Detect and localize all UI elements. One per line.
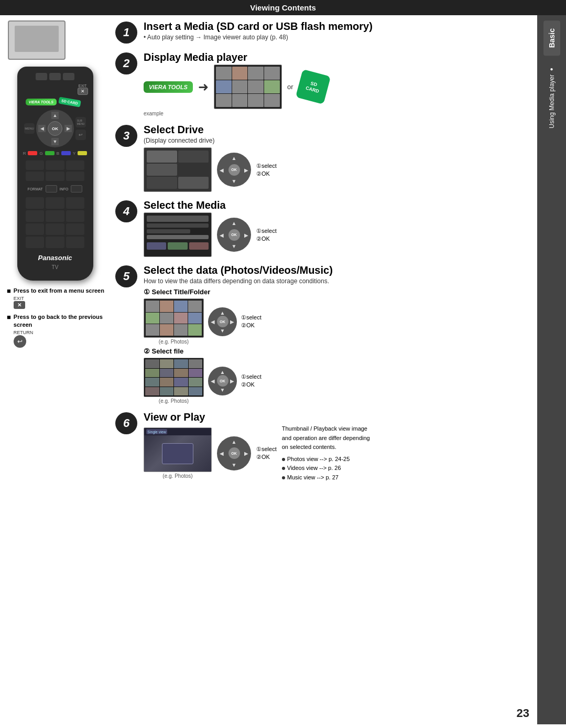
step6-ok: OK (228, 447, 240, 459)
yellow-button[interactable] (78, 151, 87, 155)
mid-btn-1[interactable] (26, 160, 45, 170)
sub1-nav-pad: ▲ ▼ ◀ ▶ OK (208, 307, 237, 336)
mid-buttons (26, 160, 85, 181)
sub2-instructions: ①select ②OK (241, 373, 262, 388)
nav-left[interactable]: ◀ (38, 125, 46, 132)
step-3-title: Select Drive (144, 124, 529, 136)
return-button[interactable]: ↩ (75, 130, 86, 140)
sub1-ok-label: ②OK (241, 322, 262, 329)
remote-btn-2[interactable] (49, 73, 61, 80)
step-3-body: ▲ ▼ ◀ ▶ OK ①select ②OK (144, 147, 529, 192)
sub2-example: (e.g. Photos) (159, 398, 189, 404)
sub-menu-button[interactable]: SUBMENU (75, 117, 86, 127)
num-btn-3[interactable] (66, 197, 85, 209)
mid-btn-3[interactable] (66, 160, 85, 170)
step-5-title: Select the data (Photos/Videos/Music) (144, 264, 529, 276)
step4-instructions: ①select ②OK (256, 228, 277, 242)
number-grid (26, 197, 85, 248)
step4-nav-pad: ▲ ▼ ◀ ▶ OK (217, 218, 251, 252)
step6-notes: Thumbnail / Playback view image and oper… (282, 424, 370, 483)
num-btn-8[interactable] (46, 223, 64, 235)
step-1-subtitle: • Auto play setting → Image viewer auto … (144, 34, 529, 41)
blue-button[interactable] (61, 151, 71, 155)
num-btn-9[interactable] (66, 223, 85, 235)
nav-down[interactable]: ▼ (51, 138, 59, 145)
tv-label: TV (52, 264, 59, 270)
num-btn-4[interactable] (26, 210, 45, 222)
viera-sd-row: VIERA TOOLS SD CARD (26, 99, 85, 105)
remote-top-buttons (36, 73, 74, 80)
step-1-title: Insert a Media (SD card or USB flash mem… (144, 20, 529, 33)
exit-key-block: EXIT ✕ (14, 296, 104, 309)
header-title: Viewing Contents (250, 3, 316, 12)
step3-thumb (144, 147, 212, 192)
green-button[interactable] (45, 151, 55, 155)
sub2-ok-label: ②OK (241, 381, 262, 388)
sub1-ok: OK (217, 316, 228, 327)
remote-btn-1[interactable] (36, 73, 47, 80)
info-button[interactable] (71, 185, 82, 192)
sub2-select: ①select (241, 373, 262, 380)
step-3-content: Select Drive (Display connected drive) ▲… (144, 124, 529, 192)
sub1-select: ①select (241, 314, 262, 321)
exit-button[interactable]: ✕ (78, 88, 88, 95)
step-5-subtitle: How to view the data differs depending o… (144, 277, 529, 285)
step-4-content: Select the Media (144, 199, 529, 257)
remote-nav-section: MENU ▲ ▼ ◀ ▶ OK SUBMENU ↩ (23, 110, 88, 147)
step6-bullet-3: Music view --> p. 27 (287, 473, 339, 483)
menu-button[interactable]: MENU (24, 123, 35, 134)
sub2-ok: OK (217, 375, 228, 387)
page-number: 23 (517, 706, 529, 720)
sub2-nav-pad: ▲ ▼ ◀ ▶ OK (208, 367, 237, 395)
mid-btn-5[interactable] (46, 172, 64, 181)
step6-ok-label: ②OK (256, 454, 277, 461)
arrow-icon: ➜ (198, 80, 209, 94)
sub1-thumb (144, 298, 204, 338)
num-btn-6[interactable] (66, 210, 85, 222)
mid-btn-4[interactable] (26, 172, 45, 181)
num-btn-10[interactable] (26, 237, 45, 248)
step-3: 3 Select Drive (Display connected drive)… (115, 124, 529, 192)
step6-thumb: Single view (144, 427, 212, 472)
step6-example: (e.g. Photos) (162, 473, 192, 479)
step2-thumb (214, 65, 282, 109)
red-button[interactable] (28, 151, 37, 155)
ok-button[interactable]: OK (48, 121, 62, 136)
remote-btn-3[interactable] (63, 73, 74, 80)
step-4: 4 Select the Media (115, 199, 529, 257)
num-btn-1[interactable] (26, 197, 45, 209)
step3-instructions: ①select ②OK (256, 163, 277, 177)
sub1-instructions: ①select ②OK (241, 314, 262, 329)
step3-select-label: ①select (256, 163, 277, 169)
step-6-body: Single view (e.g. Photos) ▲ ▼ ◀ (144, 424, 529, 483)
step-4-title: Select the Media (144, 199, 529, 211)
nav-right[interactable]: ▶ (64, 125, 72, 132)
step-6-title: View or Play (144, 411, 529, 423)
return-note-item: ■ Press to go back to the previous scree… (7, 313, 107, 348)
num-btn-2[interactable] (46, 197, 64, 209)
exit-note-text: Press to exit from a menu screen (14, 287, 104, 294)
step6-bullet-1: Photos view --> p. 24-25 (287, 455, 350, 464)
mid-btn-2[interactable] (46, 160, 64, 170)
num-btn-11[interactable] (46, 237, 64, 248)
viera-tools-badge: VIERA TOOLS (26, 99, 57, 105)
mid-btn-6[interactable] (66, 172, 85, 181)
format-info-row: FORMAT INFO (28, 185, 83, 192)
num-btn-12[interactable] (66, 237, 85, 248)
exit-key-box: ✕ (14, 301, 25, 309)
sub-step-2: ② Select file (144, 347, 529, 404)
num-btn-7[interactable] (26, 223, 45, 235)
format-button[interactable] (46, 185, 57, 192)
step4-select-label: ①select (256, 228, 277, 234)
step-2-circle: 2 (115, 52, 137, 74)
num-btn-5[interactable] (46, 210, 64, 222)
main-content: 1 Insert a Media (SD card or USB flash m… (110, 15, 537, 724)
step4-thumb (144, 212, 212, 257)
color-buttons: R G B Y (23, 151, 88, 156)
nav-up[interactable]: ▲ (51, 112, 59, 119)
step6-bullet-2: Videos view --> p. 26 (287, 464, 341, 473)
sidebar-tab-basic: Basic (543, 20, 560, 56)
step4-ok-label: ②OK (256, 235, 270, 242)
step-6: 6 View or Play Single view (115, 411, 529, 483)
step-6-circle: 6 (115, 412, 137, 434)
